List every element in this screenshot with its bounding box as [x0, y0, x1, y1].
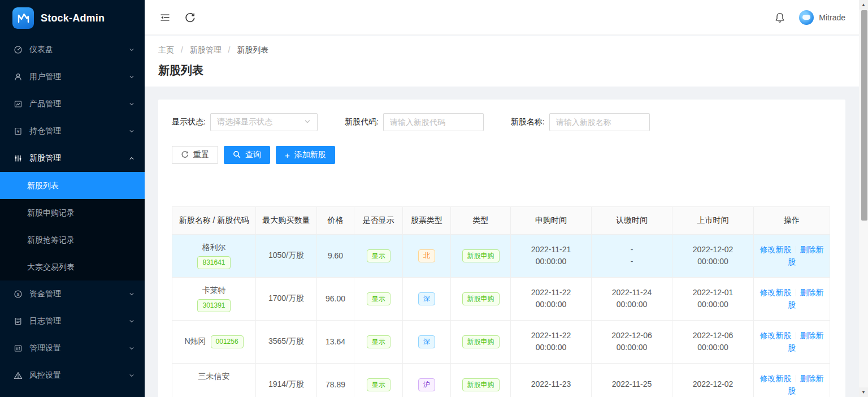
visible-tag: 显示	[367, 249, 390, 262]
search-icon	[233, 150, 241, 160]
add-stock-button[interactable]: + 添加新股	[276, 146, 335, 164]
breadcrumb-separator: /	[181, 45, 183, 54]
sidebar-menu: 仪表盘用户管理产品管理¥持仓管理新股管理新股列表新股申购记录新股抢筹记录大宗交易…	[0, 36, 145, 389]
reset-button[interactable]: 重置	[172, 146, 218, 164]
cell-stock-name: N炜冈001256	[172, 320, 256, 363]
cell-pay-time: --	[592, 234, 672, 277]
status-select[interactable]: 请选择显示状态	[210, 113, 318, 131]
cell-stock-name: 三未信安	[172, 363, 256, 397]
cell-list-time: 2022-12-0200:00:00	[672, 234, 754, 277]
sidebar-item-logs[interactable]: 日志管理	[0, 308, 145, 335]
cell-pay-time: 2022-11-2400:00:00	[592, 277, 672, 320]
cell-price: 13.64	[317, 320, 354, 363]
chevron-down-icon	[129, 346, 134, 351]
chevron-down-icon	[129, 291, 134, 297]
column-header: 上市时间	[672, 207, 754, 235]
stock-code-tag: 831641	[197, 256, 230, 269]
code-input[interactable]	[383, 113, 484, 131]
chevron-down-icon	[129, 101, 134, 107]
cell-type: 新股申购	[451, 363, 511, 397]
sidebar-subitem-2[interactable]: 新股抢筹记录	[0, 226, 145, 253]
settings-icon	[14, 344, 23, 353]
status-label: 显示状态:	[172, 117, 206, 127]
cell-max-buy: 3565/万股	[256, 320, 317, 363]
stock-code-tag: 301391	[197, 299, 230, 312]
column-header: 股票类型	[403, 207, 451, 235]
edit-stock-link[interactable]: 修改新股	[760, 374, 792, 383]
stock-code-tag: 001256	[211, 335, 244, 348]
scroll-down-icon[interactable]: ▼	[859, 387, 868, 397]
notification-bell-icon[interactable]	[773, 11, 787, 24]
sidebar-item-products[interactable]: 产品管理	[0, 90, 145, 118]
cell-visible: 显示	[354, 320, 403, 363]
sidebar-subitem-0[interactable]: 新股列表	[0, 172, 145, 199]
positions-icon: ¥	[14, 127, 23, 136]
type-tag: 新股申购	[462, 249, 500, 262]
breadcrumb-separator: /	[228, 45, 231, 54]
sidebar-item-positions[interactable]: ¥持仓管理	[0, 118, 145, 145]
sidebar-item-label: 持仓管理	[29, 126, 129, 136]
user-name[interactable]: Mitrade	[819, 13, 845, 22]
menu-fold-icon[interactable]	[158, 11, 172, 24]
delete-stock-link[interactable]: 删除新股	[788, 288, 824, 309]
column-header: 新股名称 / 新股代码	[172, 207, 256, 235]
risk-icon	[14, 371, 23, 380]
chevron-down-icon	[129, 74, 134, 80]
delete-stock-link[interactable]: 删除新股	[788, 374, 824, 395]
cell-visible: 显示	[354, 363, 403, 397]
svg-text:$: $	[17, 292, 20, 297]
cell-stock-name: 格利尔831641	[172, 234, 256, 277]
cell-max-buy: 1050/万股	[256, 234, 317, 277]
cell-pay-time: 2022-12-0600:00:00	[592, 320, 672, 363]
cell-subscribe-time: 2022-11-2200:00:00	[511, 277, 592, 320]
scrollbar-thumb[interactable]	[861, 10, 867, 221]
user-avatar[interactable]	[799, 10, 814, 25]
cell-pay-time: 2022-11-25	[592, 363, 672, 397]
edit-stock-link[interactable]: 修改新股	[760, 331, 792, 340]
stock-table: 新股名称 / 新股代码最大购买数量价格是否显示股票类型类型申购时间认缴时间上市时…	[172, 206, 830, 397]
breadcrumb: 主页 / 新股管理 / 新股列表	[158, 45, 845, 55]
column-header: 认缴时间	[592, 207, 672, 235]
sidebar-item-label: 管理设置	[29, 343, 129, 353]
table-row: 格利尔8316411050/万股9.60显示北新股申购2022-11-2100:…	[172, 234, 830, 277]
cell-list-time: 2022-12-0600:00:00	[672, 320, 754, 363]
stock-name: 卡莱特	[202, 286, 226, 296]
cell-board: 深	[403, 320, 451, 363]
cell-price: 96.00	[317, 277, 354, 320]
sidebar-item-new-stocks[interactable]: 新股管理	[0, 145, 145, 172]
sidebar-item-funds[interactable]: $资金管理	[0, 281, 145, 308]
sidebar-item-risk[interactable]: 风控设置	[0, 362, 145, 389]
breadcrumb-home[interactable]: 主页	[158, 45, 174, 54]
delete-stock-link[interactable]: 删除新股	[788, 245, 824, 266]
name-input[interactable]	[549, 113, 650, 131]
sidebar-item-label: 风控设置	[29, 370, 129, 381]
code-label: 新股代码:	[345, 117, 379, 127]
scroll-up-icon[interactable]: ▲	[859, 0, 868, 10]
search-button[interactable]: 查询	[224, 146, 270, 164]
filter-status: 显示状态: 请选择显示状态	[172, 113, 318, 131]
sidebar-item-label: 新股管理	[29, 153, 129, 163]
sidebar-item-label: 产品管理	[29, 99, 129, 109]
visible-tag: 显示	[367, 335, 390, 348]
table-row: 卡莱特3013911700/万股96.00显示深新股申购2022-11-2200…	[172, 277, 830, 320]
chevron-down-icon	[129, 373, 134, 378]
board-tag: 沪	[418, 378, 435, 391]
top-bar: Mitrade	[145, 0, 859, 35]
edit-stock-link[interactable]: 修改新股	[760, 288, 792, 297]
sidebar: Stock-Admin 仪表盘用户管理产品管理¥持仓管理新股管理新股列表新股申购…	[0, 0, 145, 397]
reload-icon[interactable]	[183, 11, 197, 24]
filter-code: 新股代码:	[345, 113, 484, 131]
sidebar-item-settings[interactable]: 管理设置	[0, 335, 145, 362]
funds-icon: $	[14, 290, 23, 299]
edit-stock-link[interactable]: 修改新股	[760, 245, 792, 254]
cell-actions: 修改新股删除新股	[754, 320, 830, 363]
sidebar-item-users[interactable]: 用户管理	[0, 63, 145, 90]
delete-stock-link[interactable]: 删除新股	[788, 331, 824, 352]
logs-icon	[14, 317, 23, 326]
sidebar-subitem-3[interactable]: 大宗交易列表	[0, 253, 145, 281]
sidebar-subitem-1[interactable]: 新股申购记录	[0, 199, 145, 226]
dashboard-icon	[14, 45, 23, 54]
sidebar-item-dashboard[interactable]: 仪表盘	[0, 36, 145, 63]
cell-actions: 修改新股删除新股	[754, 363, 830, 397]
cell-board: 北	[403, 234, 451, 277]
